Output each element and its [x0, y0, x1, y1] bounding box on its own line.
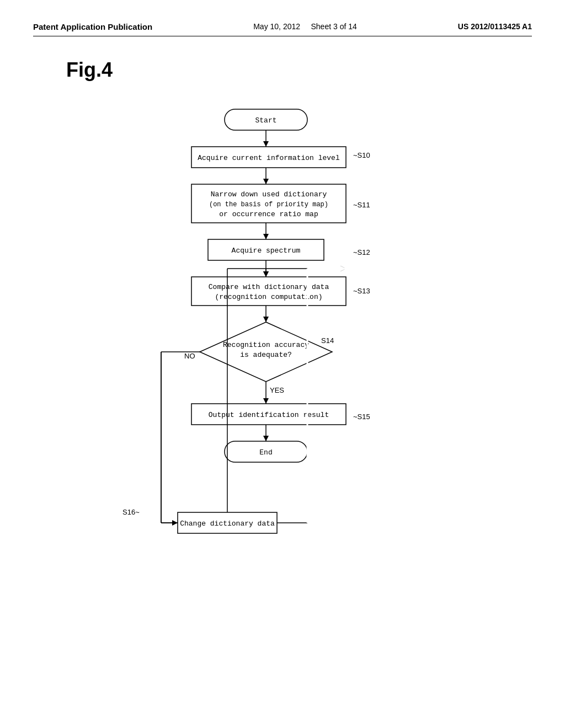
end-label: End: [259, 448, 272, 457]
s10-node: Acquire current information level: [198, 154, 340, 162]
svg-marker-26: [263, 398, 269, 404]
s10-label: ~S10: [353, 151, 370, 159]
svg-marker-36: [263, 271, 269, 277]
start-label: Start: [255, 116, 276, 125]
s12-label: ~S12: [353, 248, 370, 256]
page: Patent Application Publication May 10, 2…: [0, 0, 565, 728]
s13-node-line2: (recognition computation): [215, 293, 322, 301]
diagram-container: Start ~S10 Acquire current information l…: [33, 104, 532, 617]
s16-node: Change dictionary data: [180, 520, 275, 528]
svg-marker-39: [340, 266, 346, 271]
date-label: May 10, 2012: [253, 22, 300, 31]
publication-label: Patent Application Publication: [33, 22, 152, 31]
svg-marker-14: [263, 317, 269, 322]
s13-node-line1: Compare with dictionary data: [209, 283, 329, 291]
s11-node-line3: or occurrence ratio map: [219, 210, 318, 218]
sheet-label: Sheet 3 of 14: [311, 22, 356, 31]
s11-label: ~S11: [353, 201, 370, 209]
svg-marker-2: [263, 141, 269, 147]
patent-number: US 2012/0113425 A1: [458, 22, 532, 31]
s14-node-line1: Recognition accuracy: [223, 341, 309, 349]
svg-marker-5: [263, 179, 269, 184]
no-label: NO: [184, 352, 195, 360]
svg-marker-29: [263, 436, 269, 441]
s14-label: S14: [321, 336, 334, 345]
yes-label: YES: [270, 386, 284, 394]
s13-label: ~S13: [353, 287, 370, 295]
s12-node: Acquire spectrum: [232, 247, 301, 255]
s16-label: S16~: [122, 508, 140, 516]
s11-node-line1: Narrow down used dictionary: [211, 190, 327, 199]
s14-node-line2: is adequate?: [240, 351, 292, 359]
s15-label: ~S15: [353, 413, 370, 421]
s15-node: Output identification result: [209, 411, 329, 419]
page-header: Patent Application Publication May 10, 2…: [33, 22, 532, 36]
flowchart-svg: Start ~S10 Acquire current information l…: [89, 104, 476, 617]
figure-title: Fig.4: [66, 58, 532, 82]
svg-rect-12: [191, 277, 346, 306]
s11-node-line2: (on the basis of priority map): [209, 201, 328, 208]
svg-marker-8: [263, 234, 269, 239]
sheet-info: May 10, 2012 Sheet 3 of 14: [253, 22, 357, 31]
